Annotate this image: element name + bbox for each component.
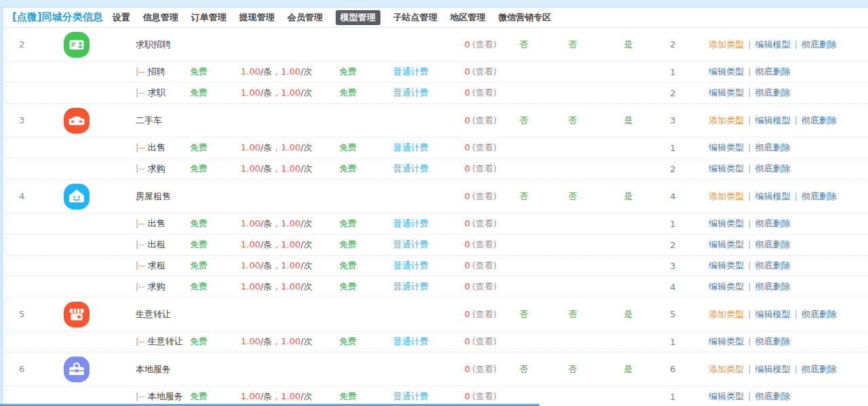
view-link[interactable]: (查看) <box>472 218 496 228</box>
view-link[interactable]: (查看) <box>472 115 496 125</box>
delete-link[interactable]: 彻底删除 <box>755 239 790 249</box>
menu-item-9[interactable]: 微信营销专区 <box>498 12 551 24</box>
delete-link[interactable]: 彻底删除 <box>755 260 790 270</box>
views-cell: 0(查看) <box>451 336 515 348</box>
delete-link[interactable]: 彻底删除 <box>802 115 837 125</box>
view-link[interactable]: (查看) <box>472 39 496 49</box>
billing-mode-link[interactable]: 普通计费 <box>393 163 429 174</box>
action-separator: | <box>748 260 751 270</box>
edit-model-link[interactable]: 编辑模型 <box>755 309 790 319</box>
category-row: 3 二手车 0(查看) 否 否 是 3 添加类型|编辑模型|彻底删除 <box>7 104 868 138</box>
views-count: 0 <box>465 260 470 270</box>
edit-model-link[interactable]: 编辑模型 <box>755 364 790 374</box>
category-row: 2 求职招聘 0(查看) 否 否 是 2 添加类型|编辑模型|彻底删除 <box>7 28 868 62</box>
sort-order: 2 <box>665 240 705 250</box>
view-link[interactable]: (查看) <box>472 309 496 319</box>
edit-model-link[interactable]: 编辑模型 <box>755 39 790 49</box>
billing-mode-link[interactable]: 普通计费 <box>393 260 429 270</box>
view-link[interactable]: (查看) <box>472 66 496 77</box>
view-link[interactable]: (查看) <box>472 281 496 291</box>
price-cell: 1.00/条，1.00/次 <box>241 218 339 230</box>
delete-link[interactable]: 彻底删除 <box>755 391 790 401</box>
view-link[interactable]: (查看) <box>472 142 496 153</box>
view-link[interactable]: (查看) <box>472 364 496 374</box>
price-cell: 1.00/条，1.00/次 <box>241 336 339 348</box>
views-cell: 0(查看) <box>451 115 515 127</box>
edit-type-link[interactable]: 编辑类型 <box>709 66 744 77</box>
delete-link[interactable]: 彻底删除 <box>755 66 790 77</box>
view-link[interactable]: (查看) <box>472 336 496 346</box>
edit-type-link[interactable]: 编辑类型 <box>709 163 744 174</box>
edit-model-link[interactable]: 编辑模型 <box>755 115 790 125</box>
delete-link[interactable]: 彻底删除 <box>755 336 790 346</box>
view-link[interactable]: (查看) <box>472 87 496 98</box>
price-per-refresh: 1.00 <box>281 260 300 270</box>
edit-type-link[interactable]: 编辑类型 <box>709 391 744 401</box>
billing-mode-link[interactable]: 普通计费 <box>393 87 429 98</box>
category-name: 房屋租售 <box>102 190 190 203</box>
subcategory-label: 出售 <box>148 142 165 153</box>
views-cell: 0(查看) <box>451 363 515 375</box>
billing-mode-link[interactable]: 普通计费 <box>393 239 429 249</box>
view-link[interactable]: (查看) <box>472 163 496 174</box>
billing-mode-link[interactable]: 普通计费 <box>393 336 429 346</box>
billing-mode-link[interactable]: 普通计费 <box>393 281 429 291</box>
category-icon-cell <box>51 184 102 209</box>
edit-type-link[interactable]: 编辑类型 <box>709 218 744 228</box>
edit-type-link[interactable]: 编辑类型 <box>709 260 744 270</box>
delete-link[interactable]: 彻底删除 <box>802 309 837 319</box>
billing-mode-link[interactable]: 普通计费 <box>393 391 429 401</box>
add-type-link[interactable]: 添加类型 <box>709 115 744 125</box>
view-link[interactable]: (查看) <box>472 391 496 401</box>
view-link[interactable]: (查看) <box>472 239 496 249</box>
billing-mode-link[interactable]: 普通计费 <box>393 218 429 228</box>
category-seq: 5 <box>7 309 51 319</box>
menu-item-1[interactable]: 设置 <box>113 12 130 24</box>
edit-type-link[interactable]: 编辑类型 <box>709 336 744 346</box>
view-link[interactable]: (查看) <box>472 260 496 270</box>
price-cell: 1.00/条，1.00/次 <box>241 390 339 403</box>
refresh-fee: 免费 <box>339 218 393 230</box>
add-type-link[interactable]: 添加类型 <box>709 39 744 49</box>
actions-cell: 编辑类型|彻底删除 <box>705 390 868 403</box>
delete-link[interactable]: 彻底删除 <box>755 218 790 228</box>
delete-link[interactable]: 彻底删除 <box>802 39 837 49</box>
menu-item-5[interactable]: 会员管理 <box>288 12 323 24</box>
subcategory-row: |--本地服务 免费 1.00/条，1.00/次 免费 普通计费 0(查看) 1… <box>7 386 868 406</box>
edit-type-link[interactable]: 编辑类型 <box>709 239 744 249</box>
flag-top: 否 <box>564 115 618 127</box>
menu-item-2[interactable]: 信息管理 <box>143 12 178 24</box>
category-icon <box>64 357 90 382</box>
delete-link[interactable]: 彻底删除 <box>755 142 790 153</box>
refresh-fee: 免费 <box>339 142 393 154</box>
add-type-link[interactable]: 添加类型 <box>709 364 744 374</box>
menu-item-8[interactable]: 地区管理 <box>450 12 486 24</box>
billing-mode-link[interactable]: 普通计费 <box>393 142 429 153</box>
menu-item-3[interactable]: 订单管理 <box>191 12 226 24</box>
menu-item-6[interactable]: 模型管理 <box>336 10 380 25</box>
delete-link[interactable]: 彻底删除 <box>802 191 837 201</box>
view-link[interactable]: (查看) <box>472 191 496 201</box>
price-per-refresh: 1.00 <box>281 87 300 98</box>
category-row: 4 房屋租售 0(查看) 否 否 是 4 添加类型|编辑模型|彻底删除 <box>7 180 868 214</box>
menu-item-4[interactable]: 提现管理 <box>239 12 275 24</box>
price-separator: ， <box>272 239 281 249</box>
actions-cell: 编辑类型|彻底删除 <box>705 336 868 348</box>
delete-link[interactable]: 彻底删除 <box>755 163 790 174</box>
price-unit-item: /条 <box>260 218 272 228</box>
add-type-link[interactable]: 添加类型 <box>709 191 744 201</box>
action-separator: | <box>748 66 751 77</box>
delete-link[interactable]: 彻底删除 <box>755 281 790 291</box>
edit-type-link[interactable]: 编辑类型 <box>709 87 744 98</box>
menu-item-7[interactable]: 子站点管理 <box>393 12 437 24</box>
edit-type-link[interactable]: 编辑类型 <box>709 142 744 153</box>
publish-fee: 免费 <box>190 260 241 272</box>
edit-type-link[interactable]: 编辑类型 <box>709 281 744 291</box>
billing-mode-link[interactable]: 普通计费 <box>393 66 429 77</box>
edit-model-link[interactable]: 编辑模型 <box>755 191 790 201</box>
delete-link[interactable]: 彻底删除 <box>755 87 790 98</box>
category-name: 二手车 <box>102 115 190 127</box>
add-type-link[interactable]: 添加类型 <box>709 309 744 319</box>
delete-link[interactable]: 彻底删除 <box>802 364 837 374</box>
actions-cell: 添加类型|编辑模型|彻底删除 <box>705 39 868 51</box>
